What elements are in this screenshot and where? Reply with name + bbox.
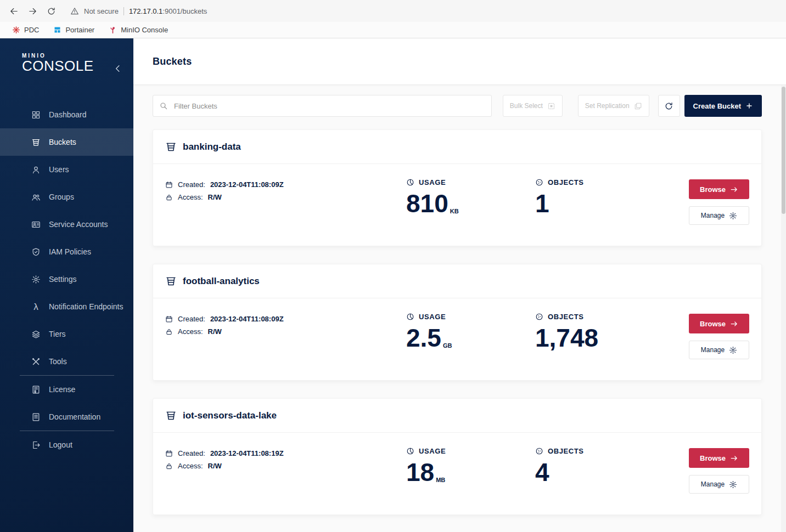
bucket-card-header[interactable]: banking-data [153, 130, 761, 164]
forward-icon[interactable] [24, 3, 41, 19]
usage-unit: KB [450, 208, 459, 216]
sidebar-item-groups[interactable]: Groups [0, 183, 133, 211]
gear-icon [729, 346, 737, 354]
sidebar-item-logout[interactable]: Logout [0, 431, 133, 459]
sidebar-item-users[interactable]: Users [0, 156, 133, 183]
page-title: Buckets [153, 56, 192, 67]
created-row: Created: 2023-12-04T11:08:19Z [165, 449, 406, 457]
create-bucket-button[interactable]: Create Bucket [684, 95, 762, 117]
objects-value: 4 [535, 461, 549, 485]
bookmark-portainer[interactable]: Portainer [49, 25, 99, 35]
arrow-right-icon [730, 454, 738, 462]
buckets-toolbar: Bulk Select Set Replication Create Bucke… [153, 95, 762, 117]
set-replication-button[interactable]: Set Replication [578, 95, 649, 117]
bucket-card-header[interactable]: football-analytics [153, 264, 761, 298]
browse-button[interactable]: Browse [689, 179, 749, 199]
url-divider [123, 7, 124, 15]
reload-icon[interactable] [43, 3, 59, 19]
sidebar-collapse-icon[interactable] [113, 64, 125, 76]
bucket-details: Created: 2023-12-04T11:08:09Z Access: R/… [165, 178, 406, 206]
url-path[interactable]: :9001/buckets [162, 7, 207, 15]
objects-metric: OBJECTS 4 [535, 447, 675, 485]
bucket-icon [165, 410, 177, 421]
gear-icon [729, 212, 737, 220]
access-value: R/W [208, 327, 222, 336]
bulk-select-button[interactable]: Bulk Select [503, 95, 563, 117]
sidebar-item-license[interactable]: License [0, 376, 133, 403]
lock-icon [165, 328, 173, 336]
pdc-gear-icon [12, 26, 20, 34]
bucket-card: iot-sensors-data-lake Created: 2023-12-0… [153, 398, 762, 515]
security-label: Not secure [84, 7, 119, 15]
bucket-name[interactable]: football-analytics [183, 276, 260, 287]
address-bar[interactable]: Not secure 172.17.0.1:9001/buckets [70, 7, 207, 15]
gear-icon [31, 275, 41, 284]
bucket-card-header[interactable]: iot-sensors-data-lake [153, 399, 761, 433]
bucket-actions: Browse Manage [675, 447, 749, 494]
tools-icon [31, 357, 41, 366]
access-value: R/W [208, 462, 222, 470]
scrollbar-thumb[interactable] [782, 87, 785, 214]
access-row: Access: R/W [165, 327, 406, 336]
service-accounts-icon [31, 220, 41, 229]
refresh-icon [664, 101, 673, 111]
usage-pie-icon [406, 178, 414, 186]
bucket-name[interactable]: banking-data [183, 142, 241, 152]
sidebar-item-iam-policies[interactable]: IAM Policies [0, 238, 133, 265]
bucket-name[interactable]: iot-sensors-data-lake [183, 410, 277, 421]
content: Bulk Select Set Replication Create Bucke… [133, 85, 786, 515]
bucket-icon [165, 141, 177, 152]
objects-icon [535, 313, 543, 321]
sidebar-item-tiers[interactable]: Tiers [0, 320, 133, 348]
sidebar-menu: Dashboard Buckets Users Groups Service A… [0, 101, 133, 459]
usage-metric: USAGE 18 MB [406, 447, 535, 485]
browser-toolbar: Not secure 172.17.0.1:9001/buckets [0, 0, 786, 22]
browse-button[interactable]: Browse [689, 314, 749, 333]
bucket-icon [31, 138, 41, 147]
created-value: 2023-12-04T11:08:09Z [210, 180, 284, 189]
usage-pie-icon [406, 313, 414, 321]
sidebar-item-tools[interactable]: Tools [0, 348, 133, 375]
usage-unit: MB [436, 477, 445, 485]
created-row: Created: 2023-12-04T11:08:09Z [165, 315, 406, 323]
usage-unit: GB [443, 342, 452, 350]
arrow-right-icon [730, 320, 738, 328]
manage-button[interactable]: Manage [689, 475, 749, 494]
sidebar-item-buckets[interactable]: Buckets [0, 128, 133, 156]
main-area: Buckets Bulk Select Set Replication [133, 38, 786, 532]
bucket-card-body: Created: 2023-12-04T11:08:19Z Access: R/… [153, 433, 761, 514]
groups-icon [31, 193, 41, 202]
sidebar-item-dashboard[interactable]: Dashboard [0, 101, 133, 128]
user-icon [31, 165, 41, 174]
bucket-actions: Browse Manage [675, 313, 749, 359]
arrow-right-icon [730, 185, 738, 194]
refresh-button[interactable] [658, 95, 680, 117]
license-icon [31, 385, 41, 394]
url-host[interactable]: 172.17.0.1 [129, 7, 162, 15]
sidebar-item-documentation[interactable]: Documentation [0, 403, 133, 431]
back-icon[interactable] [5, 3, 22, 19]
logout-icon [31, 440, 41, 450]
bucket-card: banking-data Created: 2023-12-04T11:08:0… [153, 129, 762, 246]
filter-buckets-input[interactable] [153, 95, 492, 117]
bookmark-pdc[interactable]: PDC [8, 25, 43, 35]
manage-button[interactable]: Manage [689, 206, 749, 225]
created-row: Created: 2023-12-04T11:08:09Z [165, 180, 406, 189]
sidebar-item-settings[interactable]: Settings [0, 265, 133, 293]
manage-button[interactable]: Manage [689, 341, 749, 359]
sidebar-item-service-accounts[interactable]: Service Accounts [0, 211, 133, 238]
calendar-icon [165, 450, 173, 457]
filter-buckets-search[interactable] [153, 95, 492, 117]
objects-value: 1 [535, 192, 549, 216]
lock-icon [165, 194, 173, 201]
scrollbar[interactable] [781, 85, 786, 532]
usage-metric: USAGE 810 KB [406, 178, 535, 216]
sidebar-item-notification-endpoints[interactable]: λ Notification Endpoints [0, 293, 133, 320]
calendar-icon [165, 181, 173, 189]
bookmark-minio-console[interactable]: MinIO Console [104, 25, 172, 35]
created-value: 2023-12-04T11:08:09Z [210, 315, 284, 323]
objects-icon [535, 447, 543, 455]
bookmarks-bar: PDC Portainer MinIO Console [0, 22, 786, 38]
usage-value: 810 [406, 192, 448, 216]
browse-button[interactable]: Browse [689, 448, 749, 468]
